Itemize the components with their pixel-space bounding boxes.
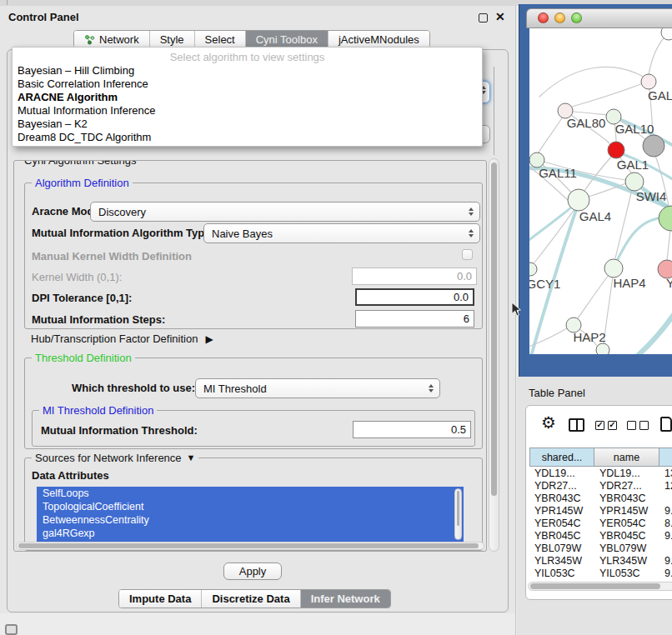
network-node-gal[interactable] [641, 74, 656, 89]
table-cell[interactable]: 9. [659, 505, 672, 517]
data-attribute-item[interactable]: SelfLoops [37, 487, 464, 500]
table-row[interactable]: YLR345WYLR345W9. [529, 554, 672, 567]
table-cell[interactable]: 8. [659, 518, 672, 529]
table-row[interactable]: YPR145WYPR145W9. [529, 504, 672, 517]
mi-threshold-field[interactable]: 0.5 [353, 421, 471, 438]
minimize-window-button[interactable] [554, 12, 565, 23]
hub-definition-row[interactable]: Hub/Transcription Factor Definition ▶ [31, 332, 213, 345]
select-columns-icon2[interactable]: ✓ [608, 421, 617, 430]
scrollbar-thumb[interactable] [530, 583, 660, 589]
table-cell[interactable]: YBL079W [529, 542, 594, 554]
settings-hscrollbar[interactable] [16, 542, 484, 550]
deselect-columns-icon[interactable] [627, 421, 636, 430]
table-cell[interactable]: YER054C [529, 518, 594, 529]
tab-jactivemnodules[interactable]: jActiveMNodules [328, 31, 429, 48]
gear-icon[interactable]: ⚙ [541, 412, 556, 432]
palette-icon[interactable] [5, 624, 18, 635]
tab-infer-network[interactable]: Infer Network [301, 590, 390, 608]
table-row[interactable]: YBR043CYBR043C [529, 492, 672, 504]
zoom-window-button[interactable] [571, 12, 582, 23]
scrollbar-thumb[interactable] [18, 543, 479, 548]
table-row[interactable]: YDL19...YDL19...13 [529, 467, 672, 479]
data-attributes-list[interactable]: SelfLoopsTopologicalCoefficientBetweenne… [37, 487, 464, 542]
attributes-scrollbar[interactable] [454, 488, 462, 540]
table-cell[interactable]: YBR043C [594, 492, 659, 504]
table-cell[interactable]: YDR27... [529, 480, 594, 492]
tab-select[interactable]: Select [195, 31, 246, 48]
table-cell[interactable]: YIL053C [594, 568, 659, 579]
split-panel-icon[interactable] [569, 418, 584, 432]
table-row[interactable]: YER054CYER054C8. [529, 517, 672, 529]
tab-cyni-toolbox[interactable]: Cyni Toolbox [246, 31, 328, 48]
table-cell[interactable]: 12 [659, 480, 672, 492]
aracne-mode-combo[interactable]: Discovery [90, 202, 480, 222]
dropdown-option[interactable]: Bayesian – K2 [13, 118, 482, 131]
tab-impute-data[interactable]: Impute Data [119, 590, 202, 608]
dropdown-option[interactable]: Basic Correlation Inference [13, 78, 482, 91]
network-node-gal4[interactable] [568, 189, 589, 211]
which-threshold-combo[interactable]: MI Threshold [195, 378, 440, 398]
table-cell[interactable]: YDR27... [594, 480, 659, 492]
network-node-gcy1[interactable] [529, 262, 537, 276]
close-window-button[interactable] [538, 12, 549, 23]
network-node[interactable] [596, 343, 609, 354]
table-cell[interactable]: YBR043C [529, 492, 594, 504]
select-columns-icon[interactable]: ✓ [595, 421, 604, 430]
network-node[interactable] [661, 28, 672, 40]
tab-style[interactable]: Style [150, 31, 195, 48]
table-cell[interactable]: YLR345W [529, 555, 594, 567]
deselect-columns-icon2[interactable] [639, 421, 649, 430]
table-row[interactable]: YBL079WYBL079W [529, 542, 672, 554]
scrollbar-thumb[interactable] [457, 491, 459, 526]
network-node[interactable] [659, 206, 672, 231]
network-window-titlebar[interactable] [526, 8, 672, 28]
dropdown-option[interactable]: Mutual Information Inference [13, 104, 482, 118]
float-panel-icon[interactable] [479, 13, 488, 22]
tab-discretize-data[interactable]: Discretize Data [202, 590, 300, 608]
dropdown-option[interactable]: Dream8 DC_TDC Algorithm [13, 131, 482, 144]
manual-kernel-checkbox[interactable] [462, 249, 473, 260]
network-node-hap4[interactable] [604, 259, 623, 278]
table-cell[interactable]: YIL053C [529, 568, 594, 579]
table-cell[interactable]: 9. [659, 530, 672, 542]
dropdown-option[interactable]: ARACNE Algorithm [13, 91, 482, 104]
table-row[interactable]: YBR045CYBR045C9. [529, 529, 672, 542]
data-attribute-item[interactable]: gal4RGexp [37, 527, 464, 540]
table-cell[interactable]: YDL19... [529, 468, 594, 479]
network-canvas[interactable]: GALGAL80GAL10GAL1GAL11SWI4GAL4GCY1HAP4YH… [529, 28, 672, 354]
network-node-gal1[interactable] [608, 142, 624, 158]
network-node-swi4[interactable] [625, 172, 644, 191]
table-cell[interactable]: YDL19... [594, 468, 659, 479]
expand-arrow-icon[interactable]: ▶ [205, 333, 213, 345]
dropdown-option[interactable]: Bayesian – Hill Climbing [13, 64, 482, 78]
dpi-tolerance-field[interactable]: 0.0 [355, 288, 474, 306]
close-panel-icon[interactable]: ✕ [495, 10, 505, 23]
settings-vscrollbar[interactable] [489, 158, 499, 552]
table-hscrollbar[interactable] [528, 582, 672, 591]
table-cell[interactable]: 9. [659, 568, 672, 579]
data-attribute-item[interactable]: TopologicalCoefficient [37, 500, 464, 513]
collapse-arrow-icon[interactable]: ▼ [187, 452, 196, 464]
table-cell[interactable]: YBR045C [529, 530, 594, 542]
apply-button[interactable]: Apply [223, 562, 282, 580]
kernel-width-field[interactable]: 0.0 [352, 268, 477, 285]
table-cell[interactable]: YER054C [594, 518, 659, 529]
table-cell[interactable]: YBL079W [594, 542, 659, 554]
table-row[interactable]: YDR27...YDR27...12 [529, 479, 672, 492]
table-cell[interactable]: 9. [659, 555, 672, 567]
scrollbar-thumb[interactable] [491, 162, 497, 496]
tab-network[interactable]: Network [74, 31, 150, 48]
column-header[interactable]: name [594, 448, 659, 467]
table-cell[interactable]: YPR145W [594, 505, 659, 517]
sources-group-title-row[interactable]: Sources for Network Inference ▼ [32, 452, 198, 464]
mi-type-combo[interactable]: Naive Bayes [203, 223, 480, 243]
table-cell[interactable]: YPR145W [529, 505, 594, 517]
network-node[interactable] [643, 135, 664, 157]
mi-steps-field[interactable]: 6 [355, 310, 474, 328]
table-cell[interactable]: YLR345W [594, 555, 659, 567]
table-row[interactable]: YIL053CYIL053C9. [529, 567, 672, 579]
new-table-icon[interactable] [660, 417, 672, 432]
data-attribute-item[interactable]: BetweennessCentrality [37, 513, 464, 527]
column-header[interactable] [659, 448, 672, 467]
column-header[interactable]: shared... [529, 448, 594, 467]
